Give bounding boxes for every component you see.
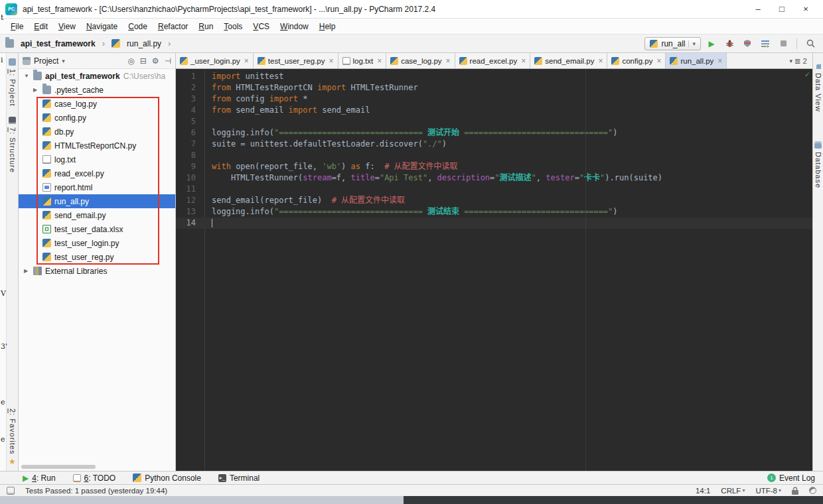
maximize-button[interactable]: □: [770, 4, 794, 14]
run-button[interactable]: ▶: [704, 36, 719, 51]
tree-item-.pytest_cache[interactable]: ▶.pytest_cache: [19, 83, 175, 97]
close-tab-icon[interactable]: ×: [377, 56, 382, 66]
close-tab-icon[interactable]: ×: [446, 56, 451, 66]
stop-button[interactable]: [776, 36, 790, 51]
tree-item-read_excel.py[interactable]: read_excel.py: [19, 166, 175, 180]
tab-_user_login.py[interactable]: _user_login.py×: [176, 53, 254, 68]
menu-view[interactable]: View: [53, 21, 81, 32]
run-configuration-select[interactable]: run_all ▾: [644, 37, 701, 50]
chevron-right-icon[interactable]: ▶: [24, 268, 33, 274]
editor[interactable]: 1import unittest2from HTMLTestReportCN i…: [176, 69, 812, 471]
editor-line[interactable]: 14: [176, 218, 812, 229]
chevron-right-icon[interactable]: ▶: [33, 87, 42, 93]
locate-file-button[interactable]: ◎: [127, 56, 134, 66]
tree-item-HTMLTestReportCN.py[interactable]: HTMLTestReportCN.py: [19, 139, 175, 153]
caret-position[interactable]: 14:1: [696, 487, 710, 495]
editor-line[interactable]: 2from HTMLTestReportCN import HTMLTestRu…: [176, 82, 812, 94]
menu-navigate[interactable]: Navigate: [81, 21, 123, 32]
hidden-tabs-dropdown[interactable]: ▾ ≣ 2: [784, 53, 812, 68]
editor-line[interactable]: 7suite = unittest.defaultTestLoader.disc…: [176, 139, 812, 150]
breadcrumb-file[interactable]: run_all.py: [127, 39, 161, 48]
editor-line[interactable]: 6logging.info("=========================…: [176, 127, 812, 139]
editor-line[interactable]: 12send_email(report_file) # 从配置文件中读取: [176, 195, 812, 206]
menu-tools[interactable]: Tools: [218, 21, 248, 32]
run-with-coverage-button[interactable]: [740, 36, 755, 51]
tree-item-send_email.py[interactable]: send_email.py: [19, 208, 175, 222]
tool-button-run[interactable]: ▶4: Run: [23, 473, 56, 483]
close-tab-icon[interactable]: ×: [244, 56, 249, 66]
tab-log.txt[interactable]: log.txt×: [338, 53, 387, 68]
tree-item-test_user_reg.py[interactable]: test_user_reg.py: [19, 250, 175, 264]
collapse-all-button[interactable]: ⊟: [140, 56, 147, 66]
close-tab-icon[interactable]: ×: [656, 56, 661, 66]
tool-button-todo[interactable]: 6: TODO: [73, 473, 116, 483]
tree-item-config.py[interactable]: config.py: [19, 111, 175, 125]
editor-line[interactable]: 8: [176, 150, 812, 161]
tool-button-favorites[interactable]: 2: Favorites★: [9, 409, 17, 466]
line-separator-selector[interactable]: CRLF ▾: [721, 487, 745, 495]
editor-line[interactable]: 5: [176, 116, 812, 127]
encoding-selector[interactable]: UTF-8 ▾: [755, 487, 781, 495]
menu-refactor[interactable]: Refactor: [153, 21, 193, 32]
close-tab-icon[interactable]: ×: [598, 56, 603, 66]
tool-button-database[interactable]: Database: [814, 141, 822, 188]
tool-window-switcher-icon[interactable]: [7, 487, 15, 495]
tab-config.py[interactable]: config.py×: [607, 53, 666, 68]
menu-vcs[interactable]: VCS: [248, 21, 275, 32]
menu-code[interactable]: Code: [123, 21, 153, 32]
hector-inspector-button[interactable]: [809, 487, 816, 494]
close-tab-icon[interactable]: ×: [521, 56, 526, 66]
menu-run[interactable]: Run: [193, 21, 218, 32]
project-horizontal-scrollbar[interactable]: [21, 465, 96, 469]
tree-item-run_all.py[interactable]: run_all.py: [19, 194, 175, 208]
tool-button-dataview[interactable]: Data View: [814, 62, 822, 112]
menu-help[interactable]: Help: [314, 21, 341, 32]
run-dashboard-button[interactable]: [758, 36, 773, 51]
search-everywhere-button[interactable]: [803, 36, 818, 51]
tab-test_user_reg.py[interactable]: test_user_reg.py×: [254, 53, 338, 68]
editor-line[interactable]: 10 HTMLTestRunner(stream=f, title="Api T…: [176, 172, 812, 184]
tool-button-terminal[interactable]: ▸_Terminal: [218, 473, 260, 483]
breadcrumb-project[interactable]: api_test_framework: [21, 39, 96, 48]
debug-button[interactable]: [722, 36, 737, 51]
tree-item-test_user_login.py[interactable]: test_user_login.py: [19, 236, 175, 250]
tree-item-external-libraries[interactable]: ▶External Libraries: [19, 264, 175, 278]
tree-item-log.txt[interactable]: log.txt: [19, 153, 175, 166]
tab-send_email.py[interactable]: send_email.py×: [530, 53, 607, 68]
line-number: 11: [176, 184, 205, 195]
code-token: as: [351, 162, 360, 171]
editor-line[interactable]: 1import unittest: [176, 71, 812, 82]
tree-item-db.py[interactable]: db.py: [19, 125, 175, 139]
editor-line[interactable]: 3from config import *: [176, 94, 812, 105]
editor-line[interactable]: 9with open(report_file, 'wb') as f: # 从配…: [176, 161, 812, 172]
chevron-down-icon[interactable]: ▼: [24, 73, 33, 79]
title-bar: PC api_test_framework - [C:\Users\hanzhi…: [0, 0, 823, 19]
event-log-button[interactable]: 1 Event Log: [767, 473, 815, 483]
tree-item-report.html[interactable]: report.html: [19, 180, 175, 194]
tree-item-root[interactable]: ▼api_test_frameworkC:\Users\ha: [19, 69, 175, 83]
close-tab-icon[interactable]: ×: [329, 56, 334, 66]
project-panel-title[interactable]: Project: [34, 56, 58, 66]
editor-line[interactable]: 11: [176, 184, 812, 195]
editor-line[interactable]: 4from send_email import send_email: [176, 105, 812, 116]
minimize-button[interactable]: –: [746, 4, 770, 14]
hide-panel-button[interactable]: ⊣: [165, 56, 171, 66]
tool-button-project[interactable]: 1: Project: [9, 58, 17, 106]
close-button[interactable]: ×: [794, 4, 818, 14]
chevron-down-icon[interactable]: ▾: [62, 58, 65, 64]
tool-button-python-console[interactable]: Python Console: [133, 473, 201, 483]
tab-read_excel.py[interactable]: read_excel.py×: [455, 53, 531, 68]
editor-line[interactable]: 13logging.info("========================…: [176, 206, 812, 218]
menu-edit[interactable]: Edit: [29, 21, 53, 32]
settings-gear-button[interactable]: ⚙: [152, 56, 159, 66]
tab-run_all.py[interactable]: run_all.py×: [666, 53, 727, 68]
tab-case_log.py[interactable]: case_log.py×: [386, 53, 455, 68]
readonly-lock-button[interactable]: [792, 487, 798, 495]
menu-file[interactable]: File: [5, 21, 29, 32]
tree-item-test_user_data.xlsx[interactable]: test_user_data.xlsx: [19, 222, 175, 236]
tool-button-structure[interactable]: 7: Structure: [9, 117, 17, 173]
code-token: unittest: [240, 72, 283, 81]
close-tab-icon[interactable]: ×: [717, 56, 722, 66]
menu-window[interactable]: Window: [275, 21, 314, 32]
tree-item-case_log.py[interactable]: case_log.py: [19, 97, 175, 111]
